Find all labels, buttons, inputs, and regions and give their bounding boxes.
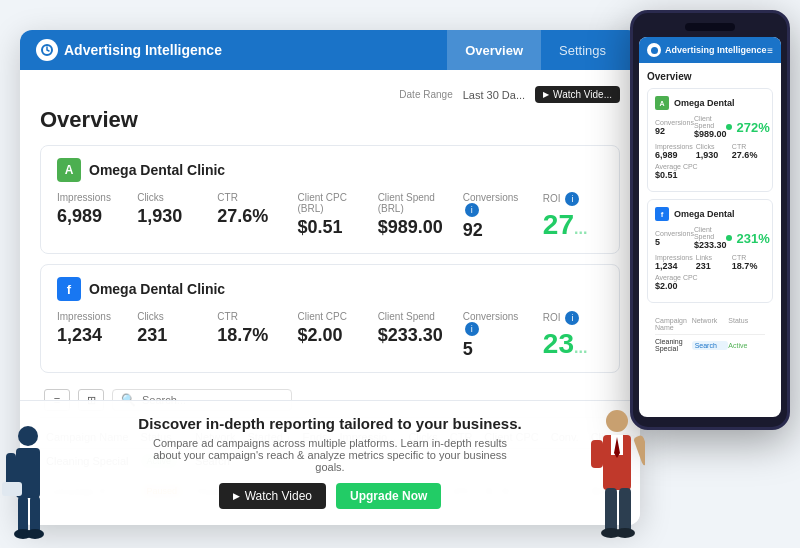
fb-conversions: Conversions i 5	[463, 311, 523, 360]
svg-point-8	[26, 529, 44, 539]
google-roi: ROI i 27...	[543, 192, 603, 241]
svg-rect-14	[591, 440, 603, 468]
phone-nav: Advertising Intelligence ≡	[639, 37, 781, 63]
svg-rect-13	[633, 435, 645, 467]
fb-cpc: Client CPC $2.00	[297, 311, 357, 360]
tab-overview[interactable]: Overview	[447, 30, 541, 70]
phone-logo-icon	[647, 43, 661, 57]
google-stats-row: Impressions 6,989 Clicks 1,930 CTR 27.6%…	[57, 192, 603, 241]
nav-tabs: Overview Settings	[447, 30, 624, 70]
facebook-stats-card: f Omega Dental Clinic Impressions 1,234 …	[40, 264, 620, 373]
logo-icon	[36, 39, 58, 61]
top-nav: Advertising Intelligence Overview Settin…	[20, 30, 640, 70]
info-icon: i	[465, 203, 479, 217]
fb-ctr: CTR 18.7%	[217, 311, 277, 360]
google-icon: A	[57, 158, 81, 182]
phone-nav-title: Advertising Intelligence	[665, 45, 767, 55]
svg-rect-15	[605, 488, 617, 533]
google-conversions: Conversions i 92	[463, 192, 523, 241]
fb-clicks: Clicks 231	[137, 311, 197, 360]
phone-facebook-name: Omega Dental	[674, 209, 735, 219]
phone-facebook-card-header: f Omega Dental	[655, 207, 765, 221]
facebook-card-title: Omega Dental Clinic	[89, 281, 225, 297]
facebook-icon: f	[57, 277, 81, 301]
overlay-watch-video-button[interactable]: Watch Video	[219, 483, 326, 509]
phone-google-icon: A	[655, 96, 669, 110]
svg-rect-4	[2, 482, 22, 496]
date-range-row: Date Range Last 30 Da... Watch Vide...	[40, 86, 620, 103]
phone-facebook-icon: f	[655, 207, 669, 221]
upgrade-now-button[interactable]: Upgrade Now	[336, 483, 441, 509]
google-card-header: A Omega Dental Clinic	[57, 158, 603, 182]
svg-point-18	[615, 528, 635, 538]
dashboard-container: Advertising Intelligence Overview Settin…	[20, 30, 640, 525]
phone-google-card-header: A Omega Dental	[655, 96, 765, 110]
app-name: Advertising Intelligence	[64, 42, 222, 58]
svg-point-9	[606, 410, 628, 432]
date-range-label: Date Range	[399, 89, 452, 100]
svg-point-1	[18, 426, 38, 446]
fb-spend: Client Spend $233.30	[378, 311, 443, 360]
phone-table-header: Campaign Name Network Status	[655, 314, 765, 335]
person-left-figure	[0, 418, 65, 548]
google-stats-card: A Omega Dental Clinic Impressions 6,989 …	[40, 145, 620, 254]
fb-roi-info-icon: i	[565, 311, 579, 325]
google-card-title: Omega Dental Clinic	[89, 162, 225, 178]
phone-section-title: Overview	[647, 71, 773, 82]
overlay-buttons: Watch Video Upgrade Now	[40, 483, 620, 509]
phone-mockup: Advertising Intelligence ≡ Overview A Om…	[630, 10, 790, 430]
fb-info-icon: i	[465, 322, 479, 336]
phone-notch	[685, 23, 735, 31]
overlay-title: Discover in-depth reporting tailored to …	[40, 415, 620, 432]
date-range-value: Last 30 Da...	[463, 89, 525, 101]
fb-roi: ROI i 23...	[543, 311, 603, 360]
google-impressions: Impressions 6,989	[57, 192, 117, 241]
upgrade-overlay: Discover in-depth reporting tailored to …	[20, 400, 640, 525]
phone-facebook-card: f Omega Dental Conversions 5 Client Spen…	[647, 199, 773, 303]
page-title: Overview	[40, 107, 620, 133]
phone-content: Overview A Omega Dental Conversions 92 C…	[639, 63, 781, 367]
phone-table: Campaign Name Network Status Cleaning Sp…	[647, 310, 773, 359]
google-cpc: Client CPC (BRL) $0.51	[297, 192, 357, 241]
google-ctr: CTR 27.6%	[217, 192, 277, 241]
watch-video-button[interactable]: Watch Vide...	[535, 86, 620, 103]
phone-google-card: A Omega Dental Conversions 92 Client Spe…	[647, 88, 773, 192]
svg-rect-16	[619, 488, 631, 533]
phone-table-row: Cleaning Special Search Active	[655, 335, 765, 355]
facebook-card-header: f Omega Dental Clinic	[57, 277, 603, 301]
phone-menu-icon: ≡	[767, 45, 773, 56]
fb-impressions: Impressions 1,234	[57, 311, 117, 360]
tab-settings[interactable]: Settings	[541, 30, 624, 70]
roi-info-icon: i	[565, 192, 579, 206]
google-spend: Client Spend (BRL) $989.00	[378, 192, 443, 241]
phone-google-name: Omega Dental	[674, 98, 735, 108]
google-clicks: Clicks 1,930	[137, 192, 197, 241]
svg-rect-5	[18, 496, 28, 534]
facebook-stats-row: Impressions 1,234 Clicks 231 CTR 18.7% C…	[57, 311, 603, 360]
overlay-description: Compare ad campaigns across multiple pla…	[140, 437, 520, 473]
app-logo: Advertising Intelligence	[36, 39, 222, 61]
phone-screen: Advertising Intelligence ≡ Overview A Om…	[639, 37, 781, 417]
person-right-figure	[575, 403, 645, 548]
svg-rect-6	[30, 496, 40, 534]
